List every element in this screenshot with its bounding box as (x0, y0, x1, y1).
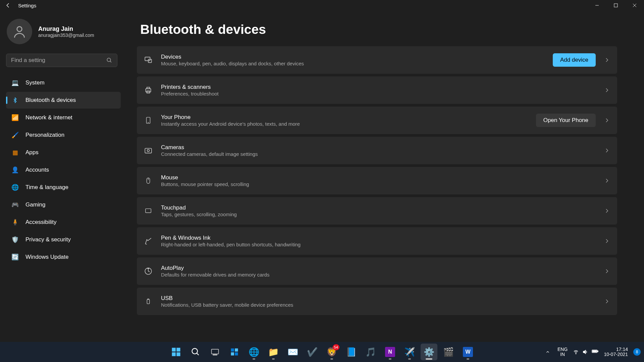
amazon-music-icon[interactable]: 🎵 (362, 344, 379, 360)
card-touchpad[interactable]: TouchpadTaps, gestures, scrolling, zoomi… (137, 197, 617, 225)
card-devices[interactable]: DevicesMouse, keyboard, pen, audio, disp… (137, 46, 617, 74)
card-usb[interactable]: USBNotifications, USB battery saver, mob… (137, 288, 617, 315)
search-box[interactable] (6, 54, 117, 67)
notification-center-button[interactable]: 8 (633, 348, 641, 356)
card-desc: Taps, gestures, scrolling, zooming (161, 212, 603, 217)
nav-item-accounts[interactable]: 👤Accounts (6, 162, 121, 178)
start-button[interactable] (168, 344, 184, 360)
clock-date: 10-07-2021 (604, 352, 628, 357)
minimize-button[interactable] (588, 0, 606, 11)
card-autoplay[interactable]: AutoPlayDefaults for removable drives an… (137, 257, 617, 285)
language-line2: IN (557, 352, 568, 357)
reader-icon[interactable]: 📘 (343, 344, 360, 360)
nav-item-privacy-security[interactable]: 🛡️Privacy & security (6, 231, 121, 248)
explorer-icon[interactable]: 📁 (265, 344, 282, 360)
card-printers-scanners[interactable]: Printers & scannersPreferences, troubles… (137, 76, 617, 104)
resolve-icon[interactable]: 🎬 (440, 344, 457, 360)
card-mouse[interactable]: MouseButtons, mouse pointer speed, scrol… (137, 167, 617, 194)
card-pen-windows-ink[interactable]: Pen & Windows InkRight-handed or left-ha… (137, 227, 617, 255)
card-cameras[interactable]: CamerasConnected cameras, default image … (137, 137, 617, 164)
card-desc: Notifications, USB battery saver, mobile… (161, 302, 603, 308)
nav-label: Network & internet (25, 114, 72, 121)
settings-taskbar-icon[interactable]: ⚙️ (421, 344, 437, 360)
task-view-button[interactable] (207, 344, 223, 360)
tray-overflow-button[interactable] (543, 348, 552, 356)
language-indicator[interactable]: ENG IN (557, 347, 568, 357)
nav-label: Time & language (25, 184, 68, 191)
avatar (7, 19, 32, 44)
clock-time: 17:14 (604, 347, 628, 352)
nav-item-system[interactable]: 💻System (6, 74, 121, 91)
wifi-icon (573, 349, 579, 355)
edge-icon[interactable]: 🌐 (246, 344, 262, 360)
nav-item-bluetooth-devices[interactable]: Bluetooth & devices (6, 92, 121, 109)
nav-label: Bluetooth & devices (25, 97, 76, 104)
add-device-button[interactable]: Add device (553, 53, 596, 67)
nav-label: Privacy & security (25, 236, 71, 243)
time-language-icon: 🌐 (11, 184, 19, 191)
search-input[interactable] (11, 57, 106, 64)
open-your-phone-button[interactable]: Open Your Phone (536, 114, 596, 127)
nav-item-time-language[interactable]: 🌐Time & language (6, 179, 121, 196)
nav-label: System (25, 79, 45, 86)
cameras-icon (144, 146, 153, 155)
autoplay-icon (144, 266, 153, 276)
chevron-right-icon (603, 56, 610, 64)
card-title: AutoPlay (161, 265, 603, 272)
titlebar: Settings (0, 0, 644, 11)
card-title: Pen & Windows Ink (161, 235, 603, 241)
usb-icon (144, 297, 153, 306)
close-button[interactable] (625, 0, 644, 11)
devices-icon (144, 55, 153, 65)
card-desc: Buttons, mouse pointer speed, scrolling (161, 181, 603, 187)
widgets-button[interactable] (226, 344, 243, 360)
svg-rect-10 (147, 87, 150, 88)
nav-item-accessibility[interactable]: 🧍Accessibility (6, 214, 121, 231)
svg-rect-27 (212, 349, 219, 354)
card-your-phone[interactable]: Your PhoneInstantly access your Android … (137, 107, 617, 134)
svg-point-15 (147, 149, 150, 152)
todo-icon[interactable]: ✔️ (304, 344, 321, 360)
nav-item-gaming[interactable]: 🎮Gaming (6, 196, 121, 213)
svg-rect-14 (145, 148, 152, 153)
word-icon[interactable]: W (460, 344, 476, 360)
clock[interactable]: 17:14 10-07-2021 (604, 347, 628, 357)
telegram-icon[interactable]: ✈️ (401, 344, 418, 360)
language-line1: ENG (557, 347, 568, 352)
svg-rect-29 (231, 349, 234, 352)
back-button[interactable] (3, 1, 13, 10)
brave-icon[interactable]: 🦁54 (323, 344, 340, 360)
chevron-right-icon (603, 237, 610, 245)
chevron-right-icon (603, 117, 610, 124)
mail-icon[interactable]: ✉️ (284, 344, 301, 360)
accessibility-icon: 🧍 (11, 219, 19, 226)
search-taskbar-button[interactable] (187, 344, 204, 360)
svg-rect-23 (172, 352, 176, 356)
svg-rect-20 (147, 300, 149, 304)
nav-label: Gaming (25, 201, 46, 208)
svg-rect-36 (593, 351, 597, 352)
nav-label: Windows Update (25, 254, 69, 260)
card-desc: Preferences, troubleshoot (161, 91, 603, 97)
your-phone-icon (144, 116, 153, 125)
system-tray[interactable] (573, 349, 598, 355)
search-icon (106, 57, 112, 63)
svg-point-33 (576, 354, 577, 354)
profile-section[interactable]: Anurag Jain anuragjain353@gmail.com (6, 19, 121, 44)
nav-item-personalization[interactable]: 🖌️Personalization (6, 127, 121, 143)
svg-rect-24 (176, 352, 180, 356)
apps-icon: ▦ (11, 149, 19, 156)
card-title: Touchpad (161, 204, 603, 211)
nav-item-apps[interactable]: ▦Apps (6, 144, 121, 161)
chevron-right-icon (603, 298, 610, 305)
nav-item-windows-update[interactable]: 🔄Windows Update (6, 249, 121, 265)
maximize-button[interactable] (606, 0, 625, 11)
nav-item-network-internet[interactable]: 📶Network & internet (6, 109, 121, 126)
svg-rect-21 (172, 348, 176, 352)
card-desc: Connected cameras, default image setting… (161, 151, 603, 157)
svg-point-4 (17, 26, 22, 32)
svg-point-5 (107, 58, 111, 62)
onenote-icon[interactable]: N (382, 344, 398, 360)
card-title: USB (161, 295, 603, 302)
mouse-icon (144, 176, 153, 185)
